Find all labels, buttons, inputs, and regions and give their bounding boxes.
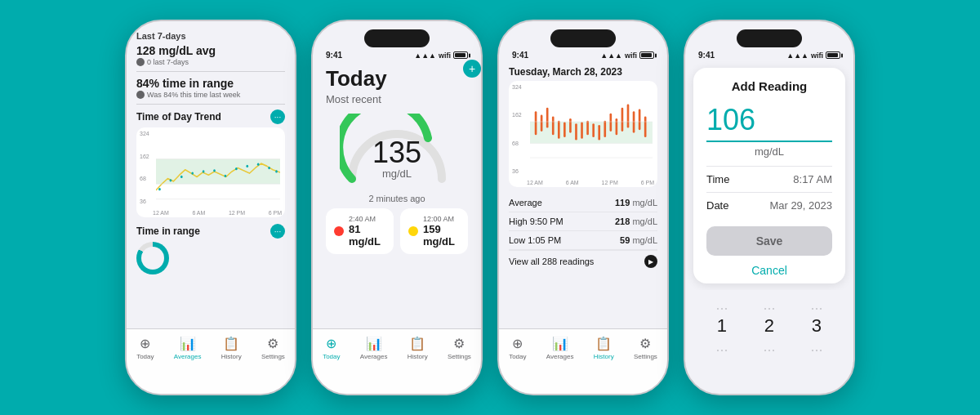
status-bar-2: 9:41 ▲▲▲ wifi <box>313 47 481 60</box>
svg-point-10 <box>257 163 260 166</box>
reading-val-2: 159 mg/dL <box>423 223 460 248</box>
trend-more-btn[interactable]: ··· <box>270 109 285 124</box>
svg-point-12 <box>275 170 278 172</box>
stats-table: Average 119 mg/dL High 9:50 PM 218 mg/dL… <box>509 194 657 272</box>
reading-time-2: 12:00 AM <box>423 215 460 223</box>
nav-settings-3[interactable]: ⚙ Settings <box>634 336 657 360</box>
status-bar-4: 9:41 ▲▲▲ wifi <box>685 47 853 60</box>
phone-3-content: Tuesday, March 28, 2023 324 162 68 36 <box>499 60 667 279</box>
phone-4-content: Add Reading 106 mg/dL Time 8:17 AM Date … <box>685 68 853 362</box>
value-unit: mg/dL <box>706 145 832 158</box>
picker-col-1[interactable]: ... 1 ... <box>715 297 728 355</box>
time-row-value[interactable]: 8:17 AM <box>793 173 832 185</box>
picker-val-2: 2 <box>764 315 774 337</box>
status-icons-3: ▲▲▲ wifi <box>600 51 654 60</box>
add-reading-modal: Add Reading 106 mg/dL Time 8:17 AM Date … <box>693 68 845 283</box>
x-label-12am: 12 AM <box>153 210 169 216</box>
range-donut-inner <box>141 247 164 270</box>
status-bar-3: 9:41 ▲▲▲ wifi <box>499 47 667 60</box>
time-3: 9:41 <box>512 51 528 60</box>
gauge-unit: mg/dL <box>372 167 421 180</box>
divider-1 <box>136 71 285 72</box>
time-in-range-more-btn[interactable]: ··· <box>270 224 285 239</box>
battery-icon-4 <box>826 51 840 59</box>
bottom-nav-3: ⊕ Today 📊 Averages 📋 History ⚙ Settings <box>499 328 667 394</box>
reading-val-1: 81 mg/dL <box>349 223 385 248</box>
phone-2: 9:41 ▲▲▲ wifi + Today Most recent 135 mg… <box>311 20 483 395</box>
view-all-row[interactable]: View all 288 readings ▶ <box>509 250 657 272</box>
y-label-36: 36 <box>140 199 149 204</box>
date-row: Date Mar 29, 2023 <box>706 192 832 218</box>
svg-point-7 <box>225 175 227 177</box>
picker-fade-bot-2: ... <box>763 338 775 355</box>
svg-point-9 <box>246 165 248 167</box>
reading-info-1: 2:40 AM 81 mg/dL <box>349 215 385 248</box>
status-icons-4: ▲▲▲ wifi <box>786 51 840 60</box>
nav-today-1[interactable]: ⊕ Today <box>136 336 154 360</box>
low-value: 59 mg/dL <box>620 235 657 245</box>
value-display: 106 <box>706 103 832 142</box>
settings-icon-1: ⚙ <box>267 336 278 351</box>
picker-fade-top-2: ... <box>763 297 775 314</box>
range-icon: − <box>136 91 145 99</box>
history-icon-2: 📋 <box>409 336 425 351</box>
wifi-icon-2: wifi <box>439 51 451 60</box>
dynamic-island-2 <box>364 29 430 47</box>
phone-4: 9:41 ▲▲▲ wifi Add Reading 106 mg/dL Time… <box>684 20 855 395</box>
high-label: High 9:50 PM <box>509 216 564 226</box>
battery-icon-3 <box>639 51 654 59</box>
picker-col-3[interactable]: ... 3 ... <box>810 297 822 355</box>
svg-point-5 <box>203 170 205 172</box>
svg-point-3 <box>180 176 183 178</box>
picker-val-1: 1 <box>717 315 727 337</box>
chart-y-labels: 324 162 68 36 <box>140 131 149 204</box>
date-row-value[interactable]: Mar 29, 2023 <box>769 199 832 212</box>
avg-stat-row: 128 mg/dL avg − 0 last 7-days <box>136 44 285 66</box>
picker-fade-bot-1: ... <box>715 338 728 355</box>
wifi-icon-3: wifi <box>625 51 637 60</box>
plus-btn[interactable]: + <box>463 60 481 78</box>
cancel-button[interactable]: Cancel <box>706 257 832 283</box>
nav-averages-2[interactable]: 📊 Averages <box>360 336 388 360</box>
gauge-value: 135 <box>372 138 421 167</box>
time-row: Time 8:17 AM <box>706 166 832 192</box>
x3-12am: 12 AM <box>527 180 543 185</box>
history-date: Tuesday, March 28, 2023 <box>509 66 657 78</box>
y3-36: 36 <box>512 168 522 174</box>
nav-today-label-3: Today <box>509 353 526 360</box>
nav-today-label-1: Today <box>136 353 154 360</box>
x-label-6pm: 6 PM <box>269 210 282 216</box>
reading-value-input[interactable]: 106 <box>706 103 755 137</box>
y-label-324: 324 <box>140 131 149 136</box>
nav-history-label-2: History <box>408 353 428 360</box>
view-all-label: View all 288 readings <box>509 257 594 266</box>
nav-history-label-1: History <box>221 353 242 360</box>
time-2: 9:41 <box>326 51 342 60</box>
save-button[interactable]: Save <box>706 226 832 256</box>
nav-today-3[interactable]: ⊕ Today <box>509 336 526 360</box>
nav-settings-label-2: Settings <box>448 353 471 360</box>
settings-icon-2: ⚙ <box>453 336 465 351</box>
nav-averages-1[interactable]: 📊 Averages <box>174 336 202 360</box>
view-all-arrow: ▶ <box>644 255 657 268</box>
history-chart-svg <box>530 86 653 182</box>
picker-col-2[interactable]: ... 2 ... <box>763 297 775 355</box>
high-value: 218 mg/dL <box>615 216 657 226</box>
nav-history-3[interactable]: 📋 History <box>594 336 614 360</box>
settings-icon-3: ⚙ <box>639 336 651 351</box>
dynamic-island-3 <box>550 29 616 47</box>
svg-point-2 <box>170 179 172 181</box>
chart3-y-labels: 324 162 68 36 <box>512 84 522 174</box>
low-unit: mg/dL <box>632 235 657 245</box>
history-icon-3: 📋 <box>595 336 612 351</box>
avg-row: Average 119 mg/dL <box>509 194 657 212</box>
nav-averages-3[interactable]: 📊 Averages <box>546 336 574 360</box>
nav-history-2[interactable]: 📋 History <box>408 336 428 360</box>
nav-history-1[interactable]: 📋 History <box>221 336 242 360</box>
nav-settings-1[interactable]: ⚙ Settings <box>261 336 285 360</box>
high-unit: mg/dL <box>632 216 657 226</box>
wifi-icon-4: wifi <box>811 51 823 60</box>
nav-settings-2[interactable]: ⚙ Settings <box>448 336 471 360</box>
nav-today-2[interactable]: ⊕ Today <box>323 336 340 360</box>
trend-header: Time of Day Trend ··· <box>136 109 285 124</box>
